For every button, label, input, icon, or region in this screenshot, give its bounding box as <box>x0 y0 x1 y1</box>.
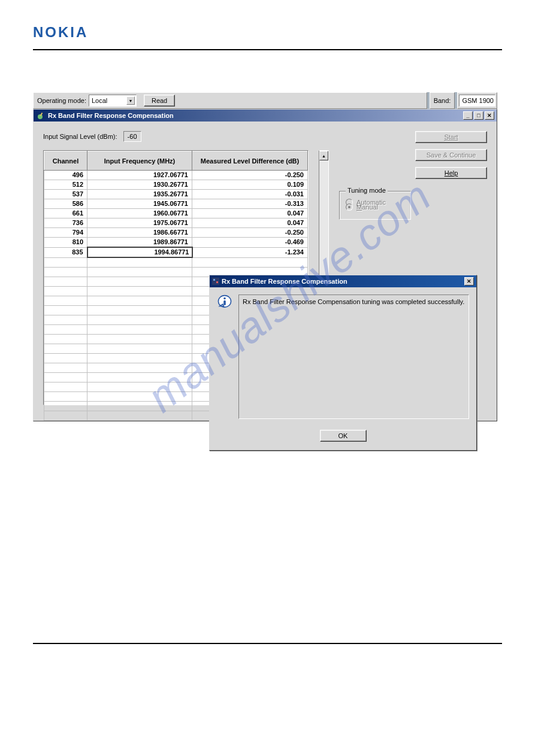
table-row[interactable]: 7361975.067710.047 <box>44 218 308 228</box>
maximize-button[interactable]: □ <box>474 111 483 120</box>
cell-diff[interactable]: 0.047 <box>192 218 308 228</box>
table-row[interactable]: 8101989.86771-0.469 <box>44 238 308 248</box>
cell-freq[interactable]: 1927.06771 <box>87 171 192 180</box>
cell-freq[interactable]: 1935.26771 <box>87 190 192 199</box>
main-toolbar: Operating mode: Local ▼ Read <box>33 92 427 109</box>
cell-freq[interactable]: 1960.06771 <box>87 209 192 218</box>
window-title: Rx Band Filter Response Compensation <box>48 112 174 119</box>
radio-manual[interactable]: Manual <box>346 204 404 211</box>
help-button[interactable]: Help <box>415 167 487 179</box>
page-footer-divider <box>33 643 502 644</box>
cell-diff[interactable]: -1.234 <box>192 247 308 257</box>
tuning-mode-legend: Tuning mode <box>346 187 388 194</box>
band-label: Band: <box>434 97 451 104</box>
input-signal-label: Input Signal Level (dBm): <box>43 133 117 140</box>
app-frame: Operating mode: Local ▼ Read Band: GSM 1… <box>33 92 497 421</box>
cell-freq[interactable]: 1930.26771 <box>87 180 192 190</box>
svg-point-0 <box>38 114 43 119</box>
dialog-title: Rx Band Filter Response Compensation <box>222 278 347 285</box>
band-dropdown[interactable]: GSM 1900 <box>459 95 495 107</box>
operating-mode-value: Local <box>92 97 107 104</box>
cell-channel[interactable]: 810 <box>44 238 87 248</box>
cell-diff[interactable]: 0.047 <box>192 209 308 218</box>
table-row[interactable]: 5861945.06771-0.313 <box>44 199 308 209</box>
table-row[interactable]: 7941986.66771-0.250 <box>44 228 308 238</box>
cell-diff[interactable]: -0.250 <box>192 228 308 238</box>
band-dropdown-wrap: GSM 1900 <box>457 92 497 109</box>
table-row[interactable]: 5371935.26771-0.031 <box>44 190 308 199</box>
table-row[interactable]: 8351994.86771-1.234 <box>44 247 308 257</box>
read-button[interactable]: Read <box>144 95 175 107</box>
window-controls: _ □ ✕ <box>463 111 494 120</box>
dialog-titlebar[interactable]: Rx Band Filter Response Compensation ✕ <box>210 275 476 287</box>
nokia-logo: NOKIA <box>33 24 502 41</box>
cell-diff[interactable]: -0.031 <box>192 190 308 199</box>
page-divider <box>33 49 502 50</box>
cell-channel[interactable]: 512 <box>44 180 87 190</box>
info-icon <box>217 294 232 310</box>
close-button[interactable]: ✕ <box>485 111 494 120</box>
minimize-button[interactable]: _ <box>463 111 473 120</box>
col-measured[interactable]: Measured Level Difference (dB) <box>192 151 308 171</box>
input-signal-value: -60 <box>123 131 141 142</box>
cell-freq[interactable]: 1975.06771 <box>87 218 192 228</box>
cell-channel[interactable]: 496 <box>44 171 87 180</box>
band-value: GSM 1900 <box>462 97 494 104</box>
cell-channel[interactable]: 794 <box>44 228 87 238</box>
cell-freq[interactable]: 1986.66771 <box>87 228 192 238</box>
col-input-freq[interactable]: Input Frequency (MHz) <box>87 151 192 171</box>
dialog-controls: ✕ <box>464 277 474 286</box>
window-titlebar[interactable]: Rx Band Filter Response Compensation _ □… <box>34 110 497 122</box>
svg-rect-2 <box>212 278 219 285</box>
cell-channel[interactable]: 661 <box>44 209 87 218</box>
svg-rect-3 <box>213 279 215 281</box>
table-row[interactable]: 5121930.267710.109 <box>44 180 308 190</box>
cell-channel[interactable]: 736 <box>44 218 87 228</box>
dialog-message: Rx Band Filter Response Compensation tun… <box>238 294 469 419</box>
save-continue-button[interactable]: Save & Continue <box>415 149 487 161</box>
operating-mode-dropdown[interactable]: Local ▼ <box>89 95 137 107</box>
operating-mode-label: Operating mode: <box>37 97 86 104</box>
cell-freq[interactable]: 1989.86771 <box>87 238 192 248</box>
cell-diff[interactable]: -0.469 <box>192 238 308 248</box>
table-row[interactable]: 4961927.06771-0.250 <box>44 171 308 180</box>
svg-rect-4 <box>216 281 218 283</box>
cell-diff[interactable]: 0.109 <box>192 180 308 190</box>
completion-dialog: Rx Band Filter Response Compensation ✕ R… <box>209 275 477 451</box>
svg-rect-7 <box>223 300 226 305</box>
cell-freq[interactable]: 1994.86771 <box>87 247 192 257</box>
cell-diff[interactable]: -0.313 <box>192 199 308 209</box>
cell-channel[interactable]: 835 <box>44 247 87 257</box>
scroll-up-icon[interactable]: ▲ <box>319 151 328 160</box>
band-toolbar: Band: <box>430 92 455 109</box>
ok-button[interactable]: OK <box>320 430 367 442</box>
cell-channel[interactable]: 537 <box>44 190 87 199</box>
table-row[interactable]: 6611960.067710.047 <box>44 209 308 218</box>
tuning-mode-group: Tuning mode Automatic Manual <box>339 191 411 220</box>
start-button[interactable]: Start <box>415 131 487 143</box>
chevron-down-icon[interactable]: ▼ <box>126 96 135 105</box>
cell-freq[interactable]: 1945.06771 <box>87 199 192 209</box>
svg-point-6 <box>223 297 226 300</box>
table-row <box>44 257 308 267</box>
dialog-close-button[interactable]: ✕ <box>464 277 474 286</box>
dialog-icon <box>212 278 219 285</box>
cell-channel[interactable]: 586 <box>44 199 87 209</box>
radio-icon <box>346 204 353 211</box>
col-channel[interactable]: Channel <box>44 151 87 171</box>
app-icon <box>37 111 46 120</box>
cell-diff[interactable]: -0.250 <box>192 171 308 180</box>
